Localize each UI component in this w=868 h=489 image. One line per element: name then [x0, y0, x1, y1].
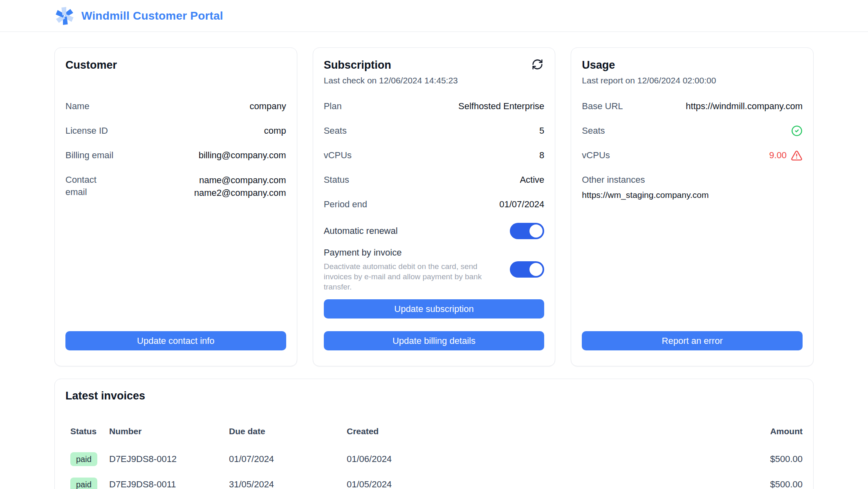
vcpus-row: vCPUs 8 — [324, 149, 545, 162]
brand: Windmill Customer Portal — [54, 5, 223, 27]
billing-email-row: Billing email billing@company.com — [65, 149, 286, 162]
invoice-due-date: 31/05/2024 — [229, 479, 347, 489]
invoices-table: Status Number Due date Created Amount pa… — [65, 422, 803, 489]
status-badge: paid — [70, 452, 97, 466]
other-instances-label: Other instances — [582, 174, 803, 186]
usage-vcpus-row: vCPUs 9.00 — [582, 149, 803, 162]
customer-card: Customer Name company License ID comp Bi… — [54, 47, 297, 366]
usage-seats-status — [791, 125, 803, 137]
contact-email-row: Contact email name@company.com name2@com… — [65, 174, 286, 199]
column-number: Number — [109, 426, 229, 436]
update-billing-details-button[interactable]: Update billing details — [324, 331, 545, 350]
usage-vcpus-status: 9.00 — [769, 149, 803, 162]
vcpus-value: 8 — [539, 149, 544, 162]
contact-email-value: name@company.com name2@company.com — [194, 174, 286, 199]
usage-seats-label: Seats — [582, 125, 605, 137]
usage-card-title: Usage — [582, 58, 615, 72]
payment-by-invoice-label: Payment by invoice — [324, 247, 498, 259]
main-content: Customer Name company License ID comp Bi… — [0, 32, 868, 489]
usage-last-report: Last report on 12/06/2024 02:00:00 — [582, 75, 803, 86]
update-contact-info-button[interactable]: Update contact info — [65, 331, 286, 350]
warning-triangle-icon — [791, 150, 803, 162]
column-status: Status — [70, 426, 109, 436]
license-id-row: License ID comp — [65, 125, 286, 137]
other-instances-row: Other instances https://wm_staging.compa… — [582, 174, 803, 201]
plan-row: Plan Selfhosted Enterprise — [324, 100, 545, 112]
subscription-card: Subscription Last check on 12/06/2024 14… — [313, 47, 556, 366]
invoice-amount: $500.00 — [721, 454, 803, 464]
billing-email-value: billing@company.com — [199, 149, 286, 162]
contact-email-line-1: name@company.com — [194, 174, 286, 186]
subscription-card-title: Subscription — [324, 58, 391, 72]
automatic-renewal-row: Automatic renewal — [324, 223, 545, 239]
customer-card-title: Customer — [65, 58, 117, 72]
usage-card: Usage Last report on 12/06/2024 02:00:00… — [571, 47, 814, 366]
period-end-value: 01/07/2024 — [499, 198, 544, 211]
payment-by-invoice-toggle[interactable] — [510, 261, 544, 278]
period-end-label: Period end — [324, 198, 367, 211]
usage-vcpus-value: 9.00 — [769, 149, 787, 162]
period-end-row: Period end 01/07/2024 — [324, 198, 545, 211]
payment-by-invoice-description: Deactivate automatic debit on the card, … — [324, 261, 498, 292]
seats-label: Seats — [324, 125, 347, 137]
usage-vcpus-label: vCPUs — [582, 149, 610, 162]
automatic-renewal-toggle[interactable] — [510, 223, 544, 239]
status-badge: paid — [70, 478, 97, 489]
report-an-error-button[interactable]: Report an error — [582, 331, 803, 350]
invoice-row: paid D7EJ9DS8-0011 31/05/2024 01/05/2024… — [70, 472, 803, 489]
column-created: Created — [347, 426, 721, 436]
top-navigation-bar: Windmill Customer Portal — [0, 0, 868, 32]
seats-row: Seats 5 — [324, 125, 545, 137]
invoice-due-date: 01/07/2024 — [229, 454, 347, 464]
name-label: Name — [65, 100, 90, 112]
column-due-date: Due date — [229, 426, 347, 436]
check-circle-icon — [791, 125, 803, 137]
customer-card-subtitle-spacer — [65, 75, 286, 86]
payment-by-invoice-text: Payment by invoice Deactivate automatic … — [324, 247, 498, 292]
invoices-table-header: Status Number Due date Created Amount — [70, 422, 803, 441]
seats-value: 5 — [539, 125, 544, 137]
status-row: Status Active — [324, 174, 545, 186]
app-title: Windmill Customer Portal — [81, 9, 223, 22]
usage-seats-row: Seats — [582, 125, 803, 137]
invoice-created: 01/05/2024 — [347, 479, 721, 489]
license-id-value: comp — [264, 125, 286, 137]
update-subscription-button[interactable]: Update subscription — [324, 299, 545, 319]
invoice-number: D7EJ9DS8-0012 — [109, 454, 229, 464]
refresh-icon[interactable] — [531, 58, 544, 71]
vcpus-label: vCPUs — [324, 149, 352, 162]
automatic-renewal-label: Automatic renewal — [324, 225, 398, 237]
invoice-number: D7EJ9DS8-0011 — [109, 479, 229, 489]
subscription-last-check: Last check on 12/06/2024 14:45:23 — [324, 75, 545, 86]
column-amount: Amount — [721, 426, 803, 436]
other-instances-value: https://wm_staging.company.com — [582, 189, 803, 201]
plan-value: Selfhosted Enterprise — [458, 100, 544, 112]
customer-name-row: Name company — [65, 100, 286, 112]
status-label: Status — [324, 174, 349, 186]
invoice-row: paid D7EJ9DS8-0012 01/07/2024 01/06/2024… — [70, 446, 803, 472]
billing-email-label: Billing email — [65, 149, 113, 162]
invoice-amount: $500.00 — [721, 479, 803, 489]
base-url-label: Base URL — [582, 100, 623, 112]
name-value: company — [249, 100, 286, 112]
contact-email-label: Contact email — [65, 174, 114, 199]
latest-invoices-card: Latest invoices Status Number Due date C… — [54, 379, 814, 489]
base-url-row: Base URL https://windmill.company.com — [582, 100, 803, 112]
contact-email-line-2: name2@company.com — [194, 186, 286, 199]
license-id-label: License ID — [65, 125, 108, 137]
plan-label: Plan — [324, 100, 342, 112]
windmill-logo-icon — [54, 5, 75, 27]
invoice-created: 01/06/2024 — [347, 454, 721, 464]
base-url-value: https://windmill.company.com — [686, 100, 803, 112]
payment-by-invoice-row: Payment by invoice Deactivate automatic … — [324, 247, 545, 292]
status-value: Active — [520, 174, 544, 186]
latest-invoices-title: Latest invoices — [65, 390, 803, 402]
